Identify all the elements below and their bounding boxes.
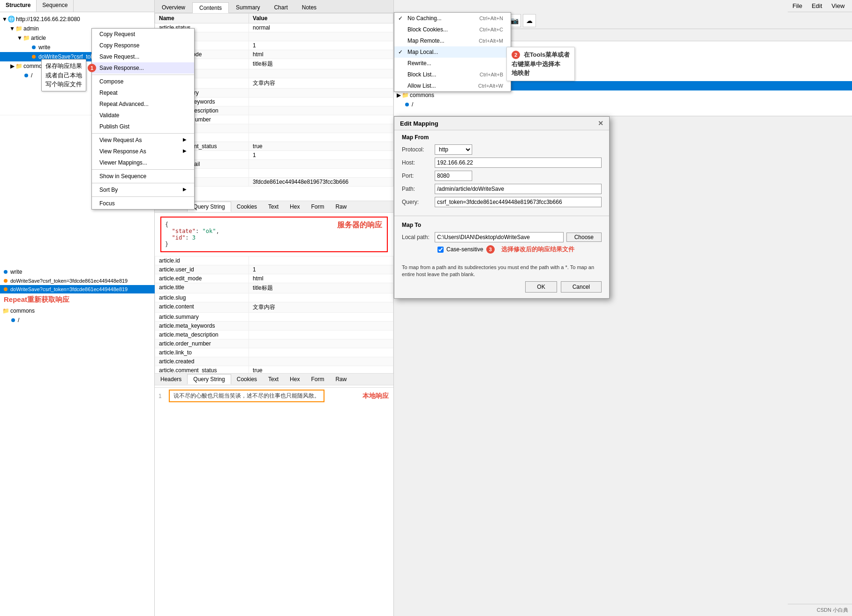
dialog-close-btn[interactable]: ✕ [598,120,603,127]
tree-item-dowrite1[interactable]: doWriteSave?csrf_token=3fdcde861ec449448… [0,277,155,285]
check-no-caching: ✓ [398,15,403,22]
ctx-repeat[interactable]: Repeat [92,87,194,98]
right-tree-item-slash[interactable]: / [394,100,852,109]
ctx-save-response[interactable]: 1 Save Response... [92,62,194,74]
cell-name: article.order_number [155,339,249,348]
tools-item-map-remote[interactable]: Map Remote... Ctrl+Alt+M [394,35,511,46]
tools-item-allow-list[interactable]: Allow List... Ctrl+Alt+W [394,80,511,91]
case-sensitive-checkbox[interactable] [437,247,444,253]
tab-structure-left[interactable]: Structure [0,0,37,12]
cell-name: article.edit_mode [155,274,249,283]
sub-tab2-query-string[interactable]: Query String [187,374,231,384]
sub-tab-hex[interactable]: Hex [284,202,305,211]
path-row: Path: [402,184,602,194]
menu-proxy[interactable]: Proxy [849,1,852,10]
ctx-save-request[interactable]: Save Request... [92,51,194,62]
content-table-wrapper-lower: article.idarticle.user_id1article.edit_m… [155,256,393,373]
menu-file[interactable]: File [788,1,807,10]
host-input[interactable] [435,158,602,168]
cell-name: article.created [155,357,249,366]
ctx-show-in-sequence[interactable]: Show in Sequence [92,171,194,182]
menu-edit[interactable]: Edit [807,1,827,10]
tab-sequence-left[interactable]: Sequence [37,0,74,12]
ctx-view-request-as[interactable]: View Request As [92,135,194,146]
tab-overview[interactable]: Overview [155,2,192,13]
ctx-viewer-mappings[interactable]: Viewer Mappings... [92,157,194,168]
tools-item-map-local[interactable]: ✓ Map Local... [394,46,511,58]
col-header-name: Name [155,14,249,23]
ok-button[interactable]: OK [525,281,557,293]
tab-summary[interactable]: Summary [229,2,267,13]
sub-tab2-headers[interactable]: Headers [155,375,187,384]
dialog-footer: To map from a path and its subdirectorie… [394,260,609,298]
ctx-copy-request[interactable]: Copy Request [92,29,194,40]
map-to-section: Map To Local path: Choose Case-sensitive… [394,218,609,260]
sub-tab2-hex[interactable]: Hex [284,375,305,384]
tab-chart[interactable]: Chart [267,2,294,13]
cell-value [249,348,393,357]
cell-value: html [249,274,393,283]
tree-item-commons2[interactable]: 📁 commons [0,306,155,316]
cancel-button[interactable]: Cancel [561,281,602,293]
sub-tab2-raw[interactable]: Raw [330,375,352,384]
tree-item-write2[interactable]: write [0,267,155,277]
path-input[interactable] [435,184,602,194]
tab-contents[interactable]: Contents [192,2,229,13]
tree-label-write: write [38,44,50,51]
toolbar-cloud-btn[interactable]: ☁ [523,14,536,27]
sub-tab2-text[interactable]: Text [263,375,284,384]
tools-item-no-caching[interactable]: ✓ No Caching... Ctrl+Alt+N [394,13,511,24]
table-row: article.content文章内容 [155,302,393,313]
right-tree-item-commons[interactable]: ▶ 📁 commons [394,90,852,100]
sub-tab-cookies[interactable]: Cookies [231,202,263,211]
tree-item-slash2[interactable]: / [0,316,155,325]
tree-item-root[interactable]: ▼ 🌐 http://192.166.66.22:8080 [0,14,154,24]
sub-tab2-form[interactable]: Form [305,375,330,384]
case-sensitive-row: Case-sensitive 3 选择修改后的响应结果文件 [402,245,602,254]
cell-value [249,256,393,265]
ctx-compose[interactable]: Compose [92,76,194,87]
choose-button[interactable]: Choose [566,233,602,242]
local-path-input[interactable] [435,232,564,242]
folder-icon-commons: 📁 [15,63,23,69]
ctx-copy-response[interactable]: Copy Response [92,40,194,51]
badge-1: 1 [88,64,96,72]
case-sensitive-label: Case-sensitive [446,246,483,253]
ctx-view-response-as[interactable]: View Response As [92,146,194,157]
ctx-validate[interactable]: Validate [92,110,194,121]
menu-view[interactable]: View [827,1,849,10]
sub-tab-raw[interactable]: Raw [330,202,352,211]
ctx-sort-by[interactable]: Sort By [92,184,194,195]
sub-tab-form[interactable]: Form [305,202,330,211]
sub-tab2-cookies[interactable]: Cookies [231,375,263,384]
tools-item-rewrite[interactable]: Rewrite... [394,58,511,69]
tree-expand-article[interactable]: ▼ [17,35,23,41]
cell-name: article.id [155,256,249,265]
ctx-focus[interactable]: Focus [92,198,194,209]
tree-item-dowrite2[interactable]: doWriteSave?csrf_token=3fdcde861ec449448… [0,285,155,293]
table-row: article.edit_modehtml [155,274,393,283]
tools-item-block-cookies[interactable]: Block Cookies... Ctrl+Alt+C [394,24,511,35]
cell-value [249,89,393,98]
tree-expand-commons[interactable]: ▶ [9,63,15,69]
sub-tab-bar-lower: Headers Query String Cookies Text Hex Fo… [155,373,393,385]
tab-notes[interactable]: Notes [295,2,324,13]
table-row: article.slug [155,293,393,302]
protocol-select[interactable]: http [435,144,472,155]
sub-tab-text[interactable]: Text [263,202,284,211]
circle-icon-dowrite1 [2,279,9,283]
right-tree-expand-commons[interactable]: ▶ [396,92,401,98]
bottom-response-area: 1 说不尽的心酸也只能当笑谈，述不尽的往事也只能随风散。 本地响应 [155,387,393,404]
ctx-publish-gist[interactable]: Publish Gist [92,121,194,132]
tree-expand-admin[interactable]: ▼ [9,25,15,32]
status-text: CSDN 小白典 [817,607,848,614]
query-input[interactable] [435,197,602,207]
circle-icon-dowrite2 [2,287,9,291]
ctx-repeat-advanced[interactable]: Repeat Advanced... [92,98,194,110]
server-annotation: 服务器的响应 [337,220,382,230]
port-input[interactable] [435,171,472,181]
tree-expand-root[interactable]: ▼ [2,16,8,23]
tools-item-block-list[interactable]: Block List... Ctrl+Alt+B [394,69,511,80]
cell-value [249,169,393,178]
cell-value [249,124,393,133]
